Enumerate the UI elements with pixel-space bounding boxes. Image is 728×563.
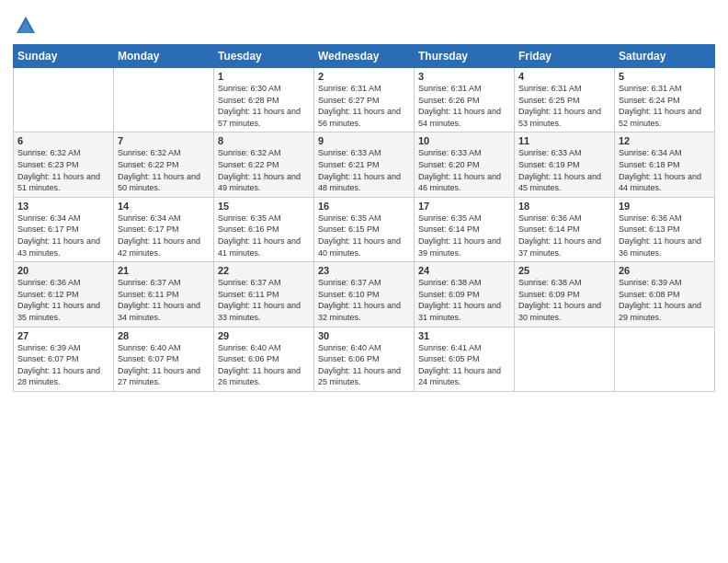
- day-info: Sunrise: 6:33 AMSunset: 6:20 PMDaylight:…: [418, 147, 510, 193]
- day-cell: 4Sunrise: 6:31 AMSunset: 6:25 PMDaylight…: [515, 68, 615, 132]
- weekday-header-tuesday: Tuesday: [214, 45, 314, 68]
- day-number: 2: [318, 71, 410, 82]
- weekday-header-monday: Monday: [114, 45, 214, 68]
- day-number: 24: [418, 265, 510, 276]
- week-row-4: 20Sunrise: 6:36 AMSunset: 6:12 PMDayligh…: [14, 262, 715, 327]
- day-number: 12: [619, 135, 711, 146]
- day-cell: 29Sunrise: 6:40 AMSunset: 6:06 PMDayligh…: [214, 327, 314, 391]
- day-info: Sunrise: 6:36 AMSunset: 6:13 PMDaylight:…: [619, 213, 711, 259]
- logo-icon: [13, 13, 39, 39]
- day-cell: [615, 327, 715, 391]
- day-cell: 22Sunrise: 6:37 AMSunset: 6:11 PMDayligh…: [214, 262, 314, 327]
- week-row-1: 1Sunrise: 6:30 AMSunset: 6:28 PMDaylight…: [14, 68, 715, 132]
- weekday-header-friday: Friday: [515, 45, 615, 68]
- weekday-header-wednesday: Wednesday: [314, 45, 415, 68]
- header: [13, 9, 715, 39]
- day-number: 14: [118, 201, 210, 212]
- day-cell: 26Sunrise: 6:39 AMSunset: 6:08 PMDayligh…: [615, 262, 715, 327]
- day-info: Sunrise: 6:39 AMSunset: 6:08 PMDaylight:…: [619, 277, 711, 323]
- day-number: 4: [518, 71, 610, 82]
- weekday-header-thursday: Thursday: [415, 45, 515, 68]
- day-cell: 31Sunrise: 6:41 AMSunset: 6:05 PMDayligh…: [415, 327, 515, 391]
- day-info: Sunrise: 6:32 AMSunset: 6:22 PMDaylight:…: [218, 147, 310, 193]
- day-cell: 17Sunrise: 6:35 AMSunset: 6:14 PMDayligh…: [415, 197, 515, 261]
- day-cell: 19Sunrise: 6:36 AMSunset: 6:13 PMDayligh…: [615, 197, 715, 261]
- day-info: Sunrise: 6:34 AMSunset: 6:17 PMDaylight:…: [17, 213, 109, 259]
- day-info: Sunrise: 6:41 AMSunset: 6:05 PMDaylight:…: [418, 342, 510, 388]
- day-number: 7: [118, 135, 210, 146]
- day-number: 28: [118, 330, 210, 341]
- day-cell: 15Sunrise: 6:35 AMSunset: 6:16 PMDayligh…: [214, 197, 314, 261]
- day-number: 11: [518, 135, 610, 146]
- day-info: Sunrise: 6:38 AMSunset: 6:09 PMDaylight:…: [518, 277, 610, 323]
- day-number: 18: [518, 201, 610, 212]
- day-number: 30: [318, 330, 410, 341]
- day-cell: 10Sunrise: 6:33 AMSunset: 6:20 PMDayligh…: [415, 132, 515, 197]
- weekday-header-row: SundayMondayTuesdayWednesdayThursdayFrid…: [14, 45, 715, 68]
- day-cell: 25Sunrise: 6:38 AMSunset: 6:09 PMDayligh…: [515, 262, 615, 327]
- day-cell: 5Sunrise: 6:31 AMSunset: 6:24 PMDaylight…: [615, 68, 715, 132]
- week-row-3: 13Sunrise: 6:34 AMSunset: 6:17 PMDayligh…: [14, 197, 715, 261]
- calendar-table: SundayMondayTuesdayWednesdayThursdayFrid…: [13, 44, 715, 392]
- day-info: Sunrise: 6:31 AMSunset: 6:25 PMDaylight:…: [518, 83, 610, 129]
- day-cell: 24Sunrise: 6:38 AMSunset: 6:09 PMDayligh…: [415, 262, 515, 327]
- day-number: 17: [418, 201, 510, 212]
- day-info: Sunrise: 6:39 AMSunset: 6:07 PMDaylight:…: [17, 342, 109, 388]
- day-number: 21: [118, 265, 210, 276]
- day-cell: 23Sunrise: 6:37 AMSunset: 6:10 PMDayligh…: [314, 262, 415, 327]
- day-number: 22: [218, 265, 310, 276]
- day-number: 3: [418, 71, 510, 82]
- day-cell: 3Sunrise: 6:31 AMSunset: 6:26 PMDaylight…: [415, 68, 515, 132]
- day-cell: 14Sunrise: 6:34 AMSunset: 6:17 PMDayligh…: [114, 197, 214, 261]
- logo: [13, 13, 42, 39]
- weekday-header-saturday: Saturday: [615, 45, 715, 68]
- day-info: Sunrise: 6:36 AMSunset: 6:12 PMDaylight:…: [17, 277, 109, 323]
- day-number: 5: [619, 71, 711, 82]
- day-cell: 2Sunrise: 6:31 AMSunset: 6:27 PMDaylight…: [314, 68, 415, 132]
- day-number: 29: [218, 330, 310, 341]
- day-number: 10: [418, 135, 510, 146]
- day-info: Sunrise: 6:37 AMSunset: 6:10 PMDaylight:…: [318, 277, 410, 323]
- day-info: Sunrise: 6:35 AMSunset: 6:16 PMDaylight:…: [218, 213, 310, 259]
- week-row-2: 6Sunrise: 6:32 AMSunset: 6:23 PMDaylight…: [14, 132, 715, 197]
- day-cell: 28Sunrise: 6:40 AMSunset: 6:07 PMDayligh…: [114, 327, 214, 391]
- day-number: 31: [418, 330, 510, 341]
- week-row-5: 27Sunrise: 6:39 AMSunset: 6:07 PMDayligh…: [14, 327, 715, 391]
- day-number: 15: [218, 201, 310, 212]
- day-cell: 7Sunrise: 6:32 AMSunset: 6:22 PMDaylight…: [114, 132, 214, 197]
- day-number: 13: [17, 201, 109, 212]
- page: SundayMondayTuesdayWednesdayThursdayFrid…: [0, 0, 728, 563]
- day-info: Sunrise: 6:33 AMSunset: 6:21 PMDaylight:…: [318, 147, 410, 193]
- day-number: 26: [619, 265, 711, 276]
- day-cell: 11Sunrise: 6:33 AMSunset: 6:19 PMDayligh…: [515, 132, 615, 197]
- day-number: 16: [318, 201, 410, 212]
- day-number: 23: [318, 265, 410, 276]
- day-cell: 8Sunrise: 6:32 AMSunset: 6:22 PMDaylight…: [214, 132, 314, 197]
- day-cell: [114, 68, 214, 132]
- day-info: Sunrise: 6:34 AMSunset: 6:17 PMDaylight:…: [118, 213, 210, 259]
- day-number: 8: [218, 135, 310, 146]
- day-cell: 1Sunrise: 6:30 AMSunset: 6:28 PMDaylight…: [214, 68, 314, 132]
- day-info: Sunrise: 6:40 AMSunset: 6:07 PMDaylight:…: [118, 342, 210, 388]
- day-info: Sunrise: 6:38 AMSunset: 6:09 PMDaylight:…: [418, 277, 510, 323]
- day-info: Sunrise: 6:35 AMSunset: 6:14 PMDaylight:…: [418, 213, 510, 259]
- day-cell: 6Sunrise: 6:32 AMSunset: 6:23 PMDaylight…: [14, 132, 114, 197]
- day-info: Sunrise: 6:31 AMSunset: 6:24 PMDaylight:…: [619, 83, 711, 129]
- day-number: 25: [518, 265, 610, 276]
- day-info: Sunrise: 6:31 AMSunset: 6:27 PMDaylight:…: [318, 83, 410, 129]
- day-cell: 30Sunrise: 6:40 AMSunset: 6:06 PMDayligh…: [314, 327, 415, 391]
- day-info: Sunrise: 6:40 AMSunset: 6:06 PMDaylight:…: [318, 342, 410, 388]
- day-info: Sunrise: 6:37 AMSunset: 6:11 PMDaylight:…: [118, 277, 210, 323]
- day-cell: 13Sunrise: 6:34 AMSunset: 6:17 PMDayligh…: [14, 197, 114, 261]
- day-info: Sunrise: 6:34 AMSunset: 6:18 PMDaylight:…: [619, 147, 711, 193]
- day-cell: 9Sunrise: 6:33 AMSunset: 6:21 PMDaylight…: [314, 132, 415, 197]
- day-info: Sunrise: 6:35 AMSunset: 6:15 PMDaylight:…: [318, 213, 410, 259]
- day-number: 1: [218, 71, 310, 82]
- day-cell: [515, 327, 615, 391]
- day-info: Sunrise: 6:32 AMSunset: 6:22 PMDaylight:…: [118, 147, 210, 193]
- day-number: 27: [17, 330, 109, 341]
- day-info: Sunrise: 6:30 AMSunset: 6:28 PMDaylight:…: [218, 83, 310, 129]
- day-info: Sunrise: 6:40 AMSunset: 6:06 PMDaylight:…: [218, 342, 310, 388]
- day-info: Sunrise: 6:33 AMSunset: 6:19 PMDaylight:…: [518, 147, 610, 193]
- day-info: Sunrise: 6:36 AMSunset: 6:14 PMDaylight:…: [518, 213, 610, 259]
